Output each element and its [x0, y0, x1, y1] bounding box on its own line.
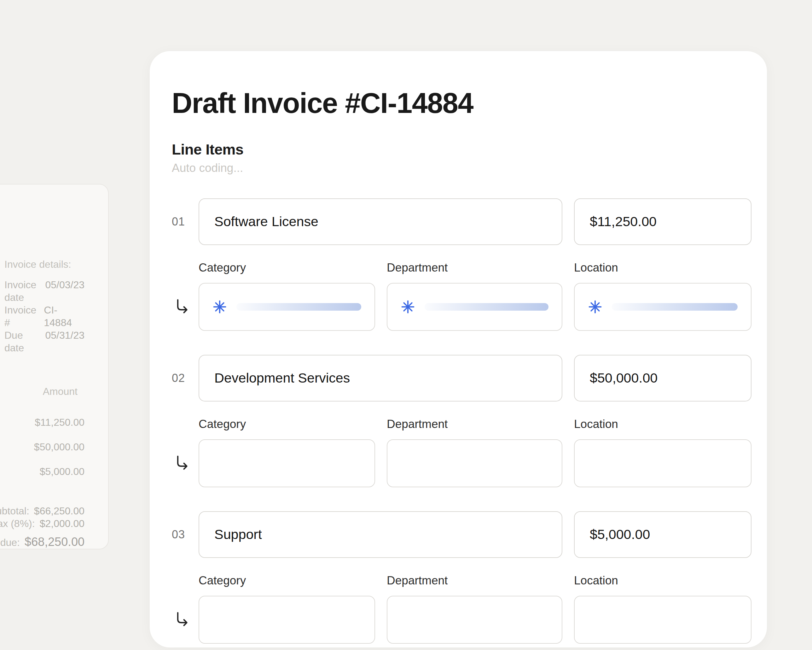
- location-label: Location: [574, 261, 751, 275]
- amount-input[interactable]: $5,000.00: [574, 511, 751, 558]
- category-label: Category: [198, 261, 375, 275]
- line-items-list: 01 Software License $11,250.00 Category …: [172, 198, 751, 644]
- total-due-row: Total due: $68,250.00: [5, 535, 84, 549]
- total-due-value: $68,250.00: [24, 535, 84, 548]
- department-select[interactable]: [387, 596, 562, 644]
- amount-input[interactable]: $11,250.00: [574, 198, 751, 245]
- amount-column-header: Amount: [5, 386, 78, 398]
- line-item-number: 03: [172, 528, 187, 541]
- invoice-detail-row: Invoice # CI-14884: [5, 304, 84, 329]
- invoice-detail-row: Due date 05/31/23: [5, 329, 84, 354]
- sub-row-arrow-icon: [174, 455, 187, 471]
- coding-inputs-row: [172, 283, 751, 331]
- department-select[interactable]: [387, 439, 562, 487]
- subtotal-label: Subtotal:: [0, 505, 29, 517]
- coding-inputs-row: [172, 596, 751, 644]
- loading-shimmer: [612, 303, 737, 310]
- category-select[interactable]: [198, 596, 375, 644]
- coding-inputs-row: [172, 439, 751, 487]
- screen: Invoice details: Invoice date 05/03/23 I…: [0, 0, 812, 650]
- category-select[interactable]: [198, 283, 375, 331]
- invoice-date-value: 05/03/23: [45, 278, 84, 304]
- coding-labels-row: Category Department Location: [172, 417, 751, 431]
- tax-label: plus tax (8%):: [0, 517, 35, 530]
- line-item-main-row: 03 Support $5,000.00: [172, 511, 751, 558]
- line-item-02: 02 Development Services $50,000.00 Categ…: [172, 355, 751, 487]
- location-select[interactable]: [574, 283, 751, 331]
- sub-row-arrow-icon: [174, 612, 187, 628]
- background-invoice-content: Invoice details: Invoice date 05/03/23 I…: [0, 185, 108, 549]
- line-item-01: 01 Software License $11,250.00 Category …: [172, 198, 751, 331]
- background-invoice-preview: Invoice details: Invoice date 05/03/23 I…: [0, 184, 109, 549]
- line-item-main-row: 01 Software License $11,250.00: [172, 198, 751, 245]
- sparkle-icon: [588, 300, 602, 314]
- sub-row-arrow-icon: [174, 299, 187, 315]
- invoice-totals: Subtotal: $66,250.00 plus tax (8%): $2,0…: [5, 505, 84, 549]
- description-input[interactable]: Software License: [198, 198, 562, 245]
- auto-coding-status: Auto coding...: [172, 161, 751, 175]
- line-item-number: 01: [172, 215, 187, 228]
- tax-value: $2,000.00: [40, 517, 84, 530]
- location-select[interactable]: [574, 596, 751, 644]
- due-date-label: Due date: [5, 329, 45, 354]
- department-label: Department: [387, 417, 562, 431]
- page-title: Draft Invoice #CI-14884: [172, 88, 751, 118]
- invoice-details-heading: Invoice details:: [5, 258, 84, 270]
- department-label: Department: [387, 574, 562, 587]
- line-item-03: 03 Support $5,000.00 Category Department…: [172, 511, 751, 644]
- location-label: Location: [574, 417, 751, 431]
- department-label: Department: [387, 261, 562, 275]
- line-items-heading: Line Items: [172, 142, 751, 157]
- description-input[interactable]: Support: [198, 511, 562, 558]
- coding-labels-row: Category Department Location: [172, 261, 751, 275]
- total-due-label: Total due:: [0, 536, 20, 549]
- invoice-detail-row: Invoice date 05/03/23: [5, 278, 84, 304]
- sparkle-icon: [401, 300, 415, 314]
- amount-column-values: $11,250.00 $50,000.00 $5,000.00: [5, 410, 84, 484]
- draft-invoice-card: Draft Invoice #CI-14884 Line Items Auto …: [150, 51, 767, 647]
- sparkle-icon: [212, 300, 227, 314]
- department-select[interactable]: [387, 283, 562, 331]
- category-label: Category: [198, 574, 375, 587]
- loading-shimmer: [424, 303, 548, 310]
- due-date-value: 05/31/23: [45, 329, 84, 354]
- location-select[interactable]: [574, 439, 751, 487]
- line-item-number: 02: [172, 372, 187, 385]
- amount-value: $11,250.00: [5, 410, 84, 434]
- amount-value: $50,000.00: [5, 434, 84, 459]
- invoice-number-value: CI-14884: [44, 304, 84, 329]
- subtotal-row: Subtotal: $66,250.00: [5, 505, 84, 517]
- amount-value: $5,000.00: [5, 459, 84, 484]
- tax-row: plus tax (8%): $2,000.00: [5, 517, 84, 530]
- location-label: Location: [574, 574, 751, 587]
- category-select[interactable]: [198, 439, 375, 487]
- subtotal-value: $66,250.00: [34, 505, 84, 517]
- invoice-date-label: Invoice date: [5, 278, 45, 304]
- amount-input[interactable]: $50,000.00: [574, 355, 751, 401]
- invoice-number-label: Invoice #: [5, 304, 44, 329]
- description-input[interactable]: Development Services: [198, 355, 562, 401]
- loading-shimmer: [237, 303, 361, 310]
- coding-labels-row: Category Department Location: [172, 574, 751, 587]
- category-label: Category: [198, 417, 375, 431]
- line-item-main-row: 02 Development Services $50,000.00: [172, 355, 751, 401]
